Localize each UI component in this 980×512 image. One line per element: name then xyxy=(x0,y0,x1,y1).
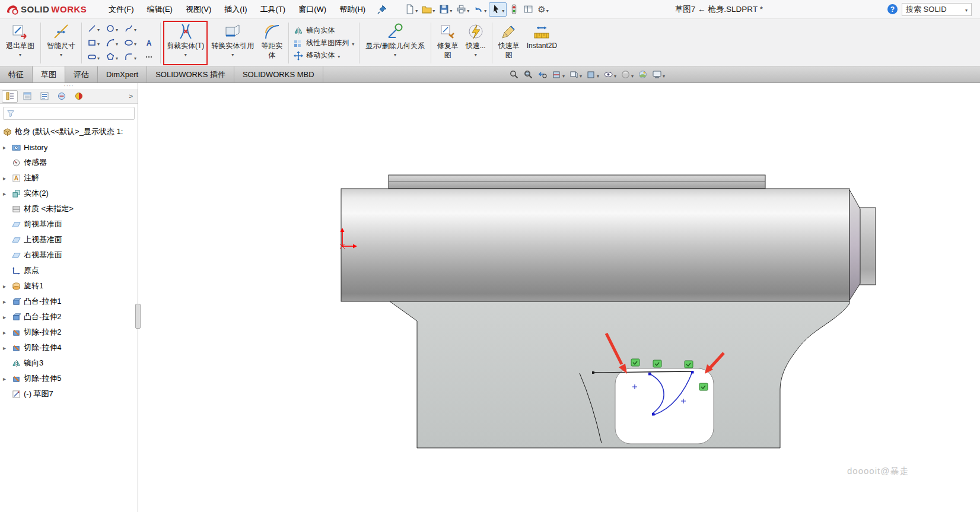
line-tool-button[interactable] xyxy=(87,23,100,34)
tree-item-cut-extrude4[interactable]: 切除-拉伸4 xyxy=(0,340,138,355)
tree-item-mirror3[interactable]: 镜向3 xyxy=(0,355,138,371)
barrel-face[interactable] xyxy=(341,189,849,301)
hide-show-items-button[interactable] xyxy=(603,69,616,80)
appearance-states-button[interactable] xyxy=(507,3,521,15)
trim-entities-button[interactable]: 剪裁实体(T) xyxy=(163,21,208,65)
sketch-endpoint[interactable] xyxy=(691,371,694,374)
tree-item-sketch7[interactable]: (-) 草图7 xyxy=(0,386,138,402)
tree-item-annotations[interactable]: A 注解 xyxy=(0,170,138,186)
tree-filter-input[interactable] xyxy=(3,107,135,120)
options-sheet-button[interactable] xyxy=(521,3,535,15)
tree-item-top-plane[interactable]: 上视基准面 xyxy=(0,232,138,247)
tree-item-cut-extrude5[interactable]: 切除-拉伸5 xyxy=(0,371,138,386)
search-input[interactable]: 搜索 SOLID xyxy=(902,3,972,16)
text-tool-button[interactable]: A xyxy=(144,38,154,47)
expand-icon[interactable] xyxy=(3,371,6,386)
slot-tool-button[interactable] xyxy=(87,52,100,62)
zoom-fit-button[interactable] xyxy=(509,69,519,79)
model-canvas[interactable] xyxy=(138,83,980,512)
tree-item-right-plane[interactable]: 右视基准面 xyxy=(0,247,138,263)
print-button[interactable] xyxy=(454,3,471,16)
graphics-viewport[interactable]: dooooit@暴走 xyxy=(138,83,980,512)
tree-item-sensors[interactable]: 传感器 xyxy=(0,155,138,170)
relation-badge[interactable] xyxy=(631,359,639,366)
instant2d-button[interactable]: Instant2D xyxy=(523,21,561,65)
tab-evaluate[interactable]: 评估 xyxy=(65,66,98,82)
receiver-pocket-face[interactable] xyxy=(615,368,714,444)
menu-window[interactable]: 窗口(W) xyxy=(293,1,332,18)
repair-sketch-button[interactable]: 修复草 图 xyxy=(434,21,462,65)
select-tool-button[interactable] xyxy=(489,2,507,17)
dimxpertmanager-tab[interactable] xyxy=(53,90,69,103)
edit-appearance-button[interactable] xyxy=(621,69,634,80)
spline-tool-button[interactable] xyxy=(124,23,136,34)
arc-tool-button[interactable] xyxy=(106,37,118,48)
undo-button[interactable] xyxy=(472,3,488,16)
sketch-endpoint[interactable] xyxy=(592,371,594,374)
tab-dimxpert[interactable]: DimXpert xyxy=(98,66,147,82)
apply-scene-button[interactable] xyxy=(638,69,648,79)
model-gun-body[interactable] xyxy=(341,175,876,448)
menu-edit[interactable]: 编辑(E) xyxy=(142,1,178,18)
menu-insert[interactable]: 插入(I) xyxy=(219,1,252,18)
ellipse-tool-button[interactable] xyxy=(124,37,136,48)
tree-item-solid-bodies[interactable]: 实体(2) xyxy=(0,186,138,201)
menu-help[interactable]: 帮助(H) xyxy=(334,1,371,18)
panel-expand-icon[interactable] xyxy=(126,93,136,100)
open-button[interactable] xyxy=(420,3,437,16)
tree-item-part[interactable]: 枪身 (默认<<默认>_显示状态 1: xyxy=(0,124,138,139)
pin-menu-icon[interactable] xyxy=(377,4,387,15)
tree-item-history[interactable]: History xyxy=(0,139,138,155)
fillet-tool-button[interactable] xyxy=(124,52,136,62)
tree-item-material[interactable]: 材质 <未指定> xyxy=(0,201,138,217)
tree-item-boss-extrude1[interactable]: 凸台-拉伸1 xyxy=(0,294,138,309)
relation-badge[interactable] xyxy=(699,383,708,390)
configurationmanager-tab[interactable] xyxy=(36,90,52,103)
panel-splitter-handle[interactable] xyxy=(135,304,141,329)
sketch-endpoint[interactable] xyxy=(648,373,651,376)
quick-snaps-button[interactable]: 快速... xyxy=(462,21,489,65)
expand-icon[interactable] xyxy=(3,186,6,201)
expand-icon[interactable] xyxy=(3,340,6,355)
top-rail-face[interactable] xyxy=(389,175,765,189)
expand-icon[interactable] xyxy=(3,325,6,340)
sketch-endpoint[interactable] xyxy=(652,413,655,416)
move-entities-button[interactable]: 移动实体 xyxy=(294,50,354,61)
section-view-button[interactable] xyxy=(552,69,565,80)
tree-item-cut-extrude2[interactable]: 切除-拉伸2 xyxy=(0,325,138,340)
convert-entities-button[interactable]: 转换实体引用 xyxy=(208,21,257,65)
rapid-sketch-button[interactable]: 快速草 图 xyxy=(495,21,523,65)
more-tools-button[interactable] xyxy=(144,52,154,62)
rectangle-tool-button[interactable] xyxy=(87,37,100,48)
tree-item-front-plane[interactable]: 前视基准面 xyxy=(0,217,138,232)
view-settings-button[interactable] xyxy=(652,69,665,80)
featuremanager-tab[interactable] xyxy=(2,90,18,103)
tab-sketch[interactable]: 草图 xyxy=(33,66,65,82)
tab-addins[interactable]: SOLIDWORKS 插件 xyxy=(147,66,234,82)
zoom-area-button[interactable] xyxy=(523,69,533,79)
smart-dimension-button[interactable]: 智能尺寸 xyxy=(43,21,79,65)
menu-view[interactable]: 视图(V) xyxy=(180,1,217,18)
expand-icon[interactable] xyxy=(3,170,6,186)
tree-item-revolve1[interactable]: 旋转1 xyxy=(0,278,138,294)
expand-icon[interactable] xyxy=(3,309,6,325)
tab-features[interactable]: 特征 xyxy=(0,66,33,82)
offset-entities-button[interactable]: 等距实 体 xyxy=(257,21,286,65)
muzzle-end-face[interactable] xyxy=(860,208,876,285)
tree-item-boss-extrude2[interactable]: 凸台-拉伸2 xyxy=(0,309,138,325)
expand-icon[interactable] xyxy=(3,294,6,309)
linear-pattern-button[interactable]: 线性草图阵列 xyxy=(294,38,354,48)
view-orientation-button[interactable] xyxy=(569,69,582,80)
options-button[interactable] xyxy=(536,3,550,16)
circle-tool-button[interactable] xyxy=(106,23,118,34)
propertymanager-tab[interactable] xyxy=(19,90,35,103)
display-style-button[interactable] xyxy=(586,69,599,80)
muzzle-cap-face[interactable] xyxy=(849,190,860,300)
menu-tools[interactable]: 工具(T) xyxy=(255,1,291,18)
expand-icon[interactable] xyxy=(3,278,6,294)
exit-sketch-button[interactable]: 退出草图 xyxy=(2,21,38,65)
panel-drag-handle[interactable] xyxy=(0,83,138,89)
displaymanager-tab[interactable] xyxy=(71,90,87,103)
polygon-tool-button[interactable] xyxy=(106,52,118,62)
new-document-button[interactable] xyxy=(403,3,419,16)
